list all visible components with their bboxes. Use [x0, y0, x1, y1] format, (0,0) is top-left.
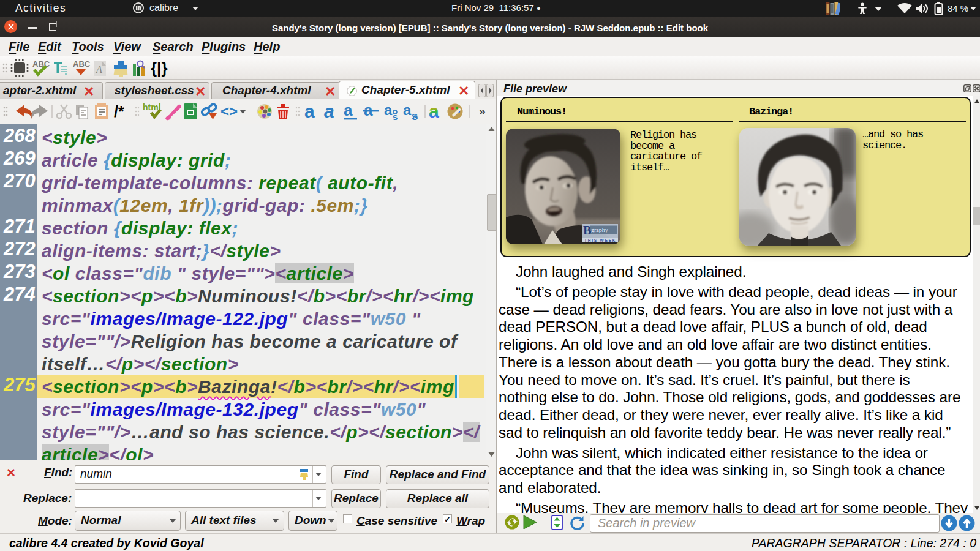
svg-text:graphy: graphy	[591, 227, 608, 233]
svg-text:a: a	[304, 101, 315, 121]
svg-text:ABC: ABC	[73, 59, 91, 69]
svg-text:ABC: ABC	[32, 59, 50, 69]
svg-text:a: a	[324, 101, 334, 121]
svg-text:a: a	[429, 101, 439, 121]
svg-text:<>: <>	[221, 103, 238, 119]
svg-text:»: »	[479, 105, 486, 118]
svg-text:A: A	[96, 64, 102, 75]
svg-text:{|}: {|}	[151, 59, 168, 77]
svg-text:THIS WEEK: THIS WEEK	[584, 238, 616, 242]
svg-text:a: a	[344, 101, 353, 119]
svg-text:a: a	[384, 102, 393, 118]
svg-text:a: a	[403, 102, 412, 118]
svg-text:B: B	[583, 223, 591, 237]
svg-text:/*: /*	[114, 103, 124, 120]
